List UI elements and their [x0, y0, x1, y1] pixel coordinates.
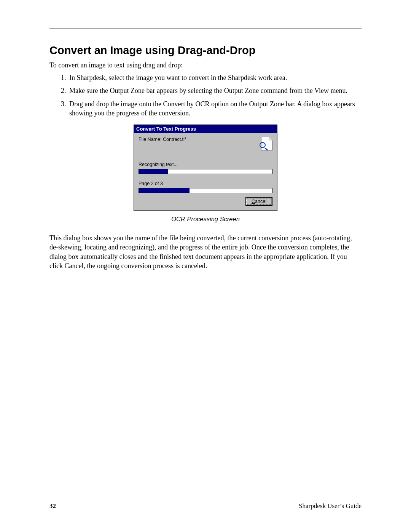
recognizing-label: Recognizing text...: [139, 162, 272, 167]
step-text: In Sharpdesk, select the image you want …: [69, 74, 287, 81]
step-item: 3.Drag and drop the image onto the Conve…: [61, 99, 362, 118]
filename-label: File Name: Contract.tif: [139, 137, 186, 142]
page-progress: [139, 188, 272, 193]
top-rule: [49, 29, 362, 29]
convert-progress-dialog: Convert To Text Progress File Name: Cont…: [134, 125, 277, 211]
page-number: 32: [49, 502, 56, 510]
step-item: 1.In Sharpdesk, select the image you wan…: [61, 73, 362, 82]
step-item: 2.Make sure the Output Zone bar appears …: [61, 86, 362, 95]
page-footer: 32 Sharpdesk User’s Guide: [49, 499, 362, 510]
guide-title: Sharpdesk User’s Guide: [299, 502, 362, 510]
page-progress-fill: [139, 188, 190, 193]
recognizing-progress: [139, 169, 272, 174]
page-progress-label: Page 2 of 3: [139, 181, 272, 186]
dialog-titlebar: Convert To Text Progress: [134, 125, 277, 133]
step-text: Drag and drop the image onto the Convert…: [69, 100, 355, 117]
intro-text: To convert an image to text using drag a…: [49, 61, 362, 69]
cancel-underline: C: [252, 199, 255, 204]
document-magnifier-icon: [259, 137, 272, 151]
step-text: Make sure the Output Zone bar appears by…: [69, 87, 347, 94]
page-heading: Convert an Image using Drag-and-Drop: [49, 44, 362, 57]
body-paragraph: This dialog box shows you the name of th…: [49, 233, 362, 270]
recognizing-progress-fill: [139, 169, 168, 174]
figure-caption: OCR Processing Screen: [49, 216, 362, 223]
steps-list: 1.In Sharpdesk, select the image you wan…: [49, 73, 362, 118]
cancel-rest: ancel: [255, 199, 266, 204]
cancel-button[interactable]: Cancel: [245, 197, 272, 206]
